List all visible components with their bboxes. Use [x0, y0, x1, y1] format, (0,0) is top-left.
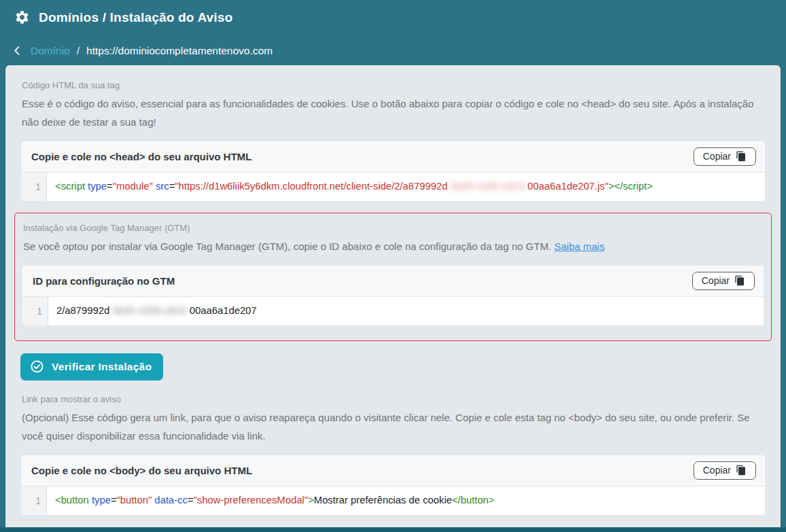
copy-button-label: Copiar [703, 151, 731, 162]
gear-icon [14, 10, 30, 25]
gtm-code-box-header: ID para configuração no GTM Copiar [22, 266, 764, 297]
gtm-code-box: ID para configuração no GTM Copiar 1 2/a… [22, 265, 764, 326]
line-number: 1 [21, 173, 47, 201]
breadcrumb-parent-link[interactable]: Domínio [31, 45, 70, 57]
line-number: 1 [21, 486, 47, 515]
gtm-description-text: Se você optou por instalar via Google Ta… [23, 241, 554, 252]
chevron-left-icon[interactable] [11, 44, 24, 57]
copy-icon [734, 275, 745, 286]
show-link-label: Link para mostrar o aviso [22, 394, 767, 404]
gtm-highlight-section: Instalação via Google Tag Manager (GTM) … [14, 213, 772, 341]
head-code-row: 1 <script type="module" src="https://d1w… [21, 173, 765, 201]
check-circle-icon [30, 359, 44, 374]
line-number: 1 [22, 297, 48, 325]
head-code-line: <script type="module" src="https://d1w6l… [47, 173, 661, 201]
page-title: Domínios / Instalação do Aviso [39, 10, 233, 25]
copy-icon [736, 151, 747, 162]
gtm-description: Se você optou por instalar via Google Ta… [23, 237, 766, 255]
copy-gtm-id-button[interactable]: Copiar [692, 272, 755, 290]
breadcrumb: Domínio / https://dominiocompletamenteno… [0, 32, 786, 65]
saiba-mais-link[interactable]: Saiba mais [554, 241, 604, 252]
tag-code-description: Esse é o código do aviso, essencial para… [22, 94, 767, 131]
copy-icon [736, 465, 747, 476]
app-header: Domínios / Instalação do Aviso [0, 0, 786, 32]
body-code-box-header: Copie e cole no <body> do seu arquivo HT… [21, 455, 765, 486]
copy-button-label: Copiar [703, 465, 731, 476]
main-card: Código HTML da sua tag Esse é o código d… [5, 65, 781, 532]
gtm-label: Instalação via Google Tag Manager (GTM) [23, 223, 766, 233]
head-code-box: Copie e cole no <head> do seu arquivo HT… [20, 141, 766, 202]
gtm-code-box-title: ID para configuração no GTM [33, 275, 175, 287]
body-code-line: <button type="button" data-cc="show-pref… [47, 486, 502, 515]
verify-installation-button[interactable]: Verificar Instalação [20, 353, 163, 380]
bottom-strip [0, 527, 786, 532]
body-code-box-title: Copie e cole no <body> do seu arquivo HT… [31, 465, 252, 476]
head-code-box-title: Copie e cole no <head> do seu arquivo HT… [31, 151, 252, 162]
head-code-box-header: Copie e cole no <head> do seu arquivo HT… [21, 141, 765, 173]
copy-button-label: Copiar [702, 275, 730, 286]
gtm-id-line: 2/a879992d-9bd5-4396-a8c9-00aa6a1de207 [48, 297, 265, 325]
body-code-row: 1 <button type="button" data-cc="show-pr… [21, 486, 765, 515]
gtm-code-row: 1 2/a879992d-9bd5-4396-a8c9-00aa6a1de207 [22, 297, 764, 325]
copy-body-code-button[interactable]: Copiar [694, 461, 756, 480]
show-link-description: (Opcional) Esse código gera um link, par… [22, 408, 767, 445]
tag-code-label: Código HTML da sua tag [22, 80, 767, 90]
verify-installation-label: Verificar Instalação [52, 361, 152, 373]
breadcrumb-current: https://dominiocompletamentenovo.com [86, 45, 273, 57]
body-code-box: Copie e cole no <body> do seu arquivo HT… [20, 455, 766, 516]
copy-head-code-button[interactable]: Copiar [694, 147, 756, 166]
breadcrumb-separator: / [77, 45, 80, 57]
